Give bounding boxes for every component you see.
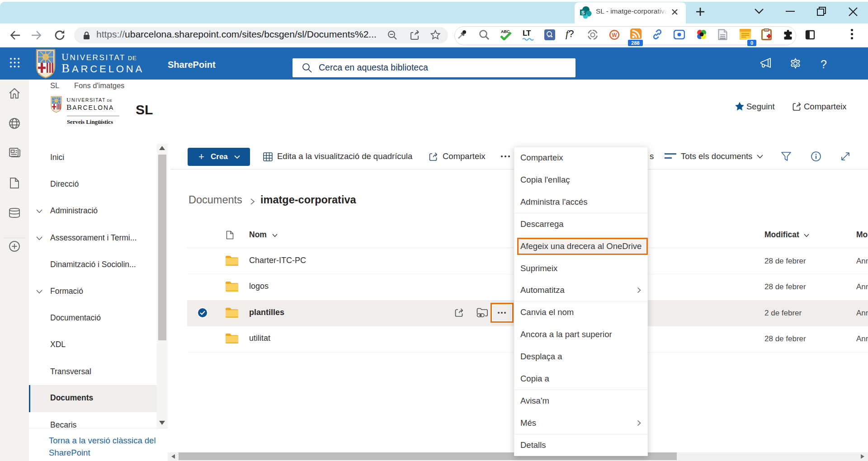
svg-text:W: W (612, 32, 617, 38)
svg-text:S: S (581, 10, 585, 15)
